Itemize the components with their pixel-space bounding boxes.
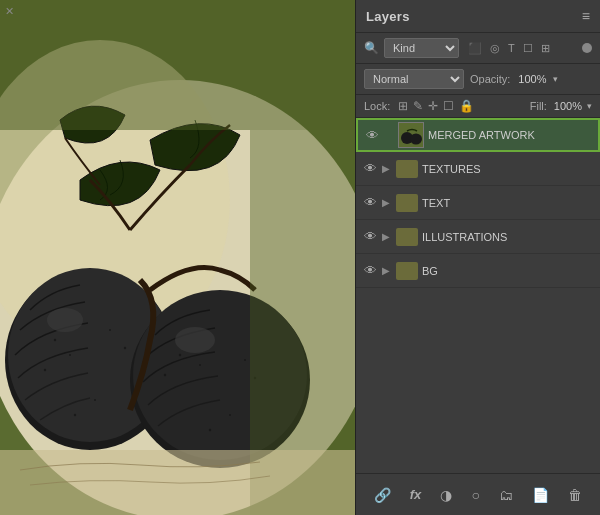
blend-row: Normal Multiply Screen Overlay Opacity: … bbox=[356, 64, 600, 95]
lock-label: Lock: bbox=[364, 100, 390, 112]
layer-name-textures: TEXTURES bbox=[422, 163, 594, 175]
panel-menu-icon[interactable]: ≡ bbox=[582, 8, 590, 24]
layer-bg[interactable]: 👁 ▶ BG bbox=[356, 254, 600, 288]
svg-point-22 bbox=[209, 429, 211, 431]
layer-visibility-eye-illustrations[interactable]: 👁 bbox=[362, 229, 378, 244]
layer-visibility-eye-merged[interactable]: 👁 bbox=[364, 128, 380, 143]
filter-shape-btn[interactable]: ☐ bbox=[521, 41, 535, 56]
layer-expand-textures[interactable]: ▶ bbox=[382, 163, 392, 174]
layer-expand-bg[interactable]: ▶ bbox=[382, 265, 392, 276]
filter-icons-row: ⬛ ◎ T ☐ ⊞ bbox=[466, 41, 552, 56]
adjustment-layer-button[interactable]: ○ bbox=[467, 484, 485, 506]
lock-pixels-btn[interactable]: ✎ bbox=[413, 99, 423, 113]
filter-smart-btn[interactable]: ⊞ bbox=[539, 41, 552, 56]
layer-name-bg: BG bbox=[422, 265, 594, 277]
svg-point-14 bbox=[94, 399, 96, 401]
svg-point-9 bbox=[54, 339, 56, 341]
layer-text[interactable]: 👁 ▶ TEXT bbox=[356, 186, 600, 220]
svg-point-12 bbox=[109, 329, 111, 331]
svg-point-28 bbox=[410, 134, 422, 145]
layer-expand-illustrations[interactable]: ▶ bbox=[382, 231, 392, 242]
panel-header: Layers ≡ bbox=[356, 0, 600, 33]
opacity-dropdown-icon[interactable]: ▾ bbox=[553, 74, 558, 84]
layer-thumbnail-merged bbox=[398, 122, 424, 148]
panel-footer: 🔗 fx ◑ ○ 🗂 📄 🗑 bbox=[356, 473, 600, 515]
delete-layer-button[interactable]: 🗑 bbox=[563, 484, 587, 506]
layer-name-text: TEXT bbox=[422, 197, 594, 209]
svg-rect-23 bbox=[0, 0, 355, 130]
new-group-button[interactable]: 🗂 bbox=[494, 484, 518, 506]
opacity-label: Opacity: bbox=[470, 73, 510, 85]
filter-type-btn[interactable]: T bbox=[506, 41, 517, 56]
layer-illustrations[interactable]: 👁 ▶ ILLUSTRATIONS bbox=[356, 220, 600, 254]
layer-effects-button[interactable]: fx bbox=[405, 484, 427, 505]
add-mask-button[interactable]: ◑ bbox=[435, 484, 457, 506]
layer-folder-icon-illustrations bbox=[396, 228, 418, 246]
layer-merged-artwork[interactable]: 👁 MERGED ARTWORK bbox=[356, 118, 600, 152]
layer-folder-icon-textures bbox=[396, 160, 418, 178]
svg-point-15 bbox=[74, 414, 76, 416]
filter-toggle[interactable] bbox=[582, 43, 592, 53]
layer-folder-icon-bg bbox=[396, 262, 418, 280]
svg-point-19 bbox=[244, 359, 246, 361]
layer-expand-text[interactable]: ▶ bbox=[382, 197, 392, 208]
close-icon[interactable]: ✕ bbox=[5, 5, 14, 18]
panel-title: Layers bbox=[366, 9, 410, 24]
new-layer-button[interactable]: 📄 bbox=[527, 484, 554, 506]
filter-adjust-btn[interactable]: ◎ bbox=[488, 41, 502, 56]
fill-value[interactable]: 100% bbox=[554, 100, 582, 112]
layer-name-illustrations: ILLUSTRATIONS bbox=[422, 231, 594, 243]
svg-point-10 bbox=[69, 354, 71, 356]
filter-pixel-btn[interactable]: ⬛ bbox=[466, 41, 484, 56]
svg-point-8 bbox=[175, 327, 215, 353]
lock-transparent-btn[interactable]: ⊞ bbox=[398, 99, 408, 113]
fill-label: Fill: bbox=[530, 100, 547, 112]
svg-point-17 bbox=[199, 364, 201, 366]
layer-textures[interactable]: 👁 ▶ TEXTURES bbox=[356, 152, 600, 186]
filter-row: 🔍 Kind Name Effect ⬛ ◎ T ☐ ⊞ bbox=[356, 33, 600, 64]
layer-folder-icon-text bbox=[396, 194, 418, 212]
canvas-area: ✕ bbox=[0, 0, 355, 515]
opacity-value[interactable]: 100% bbox=[518, 73, 546, 85]
layer-visibility-eye-textures[interactable]: 👁 bbox=[362, 161, 378, 176]
filter-kind-select[interactable]: Kind Name Effect bbox=[384, 38, 459, 58]
lock-artboards-btn[interactable]: ☐ bbox=[443, 99, 454, 113]
layer-visibility-eye-bg[interactable]: 👁 bbox=[362, 263, 378, 278]
svg-point-13 bbox=[124, 347, 126, 349]
lock-row: Lock: ⊞ ✎ ✛ ☐ 🔒 Fill: 100% ▾ bbox=[356, 95, 600, 118]
svg-point-16 bbox=[179, 354, 181, 356]
svg-point-18 bbox=[164, 374, 166, 376]
layers-list: 👁 MERGED ARTWORK 👁 ▶ TEXTURES bbox=[356, 118, 600, 473]
lock-icons: ⊞ ✎ ✛ ☐ 🔒 bbox=[398, 99, 524, 113]
svg-point-11 bbox=[44, 369, 46, 371]
link-layers-button[interactable]: 🔗 bbox=[369, 484, 396, 506]
svg-point-5 bbox=[47, 308, 83, 332]
blend-mode-select[interactable]: Normal Multiply Screen Overlay bbox=[364, 69, 464, 89]
layer-visibility-eye-text[interactable]: 👁 bbox=[362, 195, 378, 210]
lock-all-btn[interactable]: 🔒 bbox=[459, 99, 474, 113]
layers-panel: Layers ≡ 🔍 Kind Name Effect ⬛ ◎ T ☐ ⊞ No… bbox=[355, 0, 600, 515]
fill-dropdown-icon[interactable]: ▾ bbox=[587, 101, 592, 111]
layer-name-merged: MERGED ARTWORK bbox=[428, 129, 592, 141]
svg-point-21 bbox=[229, 414, 231, 416]
filter-kind-icon: 🔍 bbox=[364, 41, 379, 55]
lock-position-btn[interactable]: ✛ bbox=[428, 99, 438, 113]
